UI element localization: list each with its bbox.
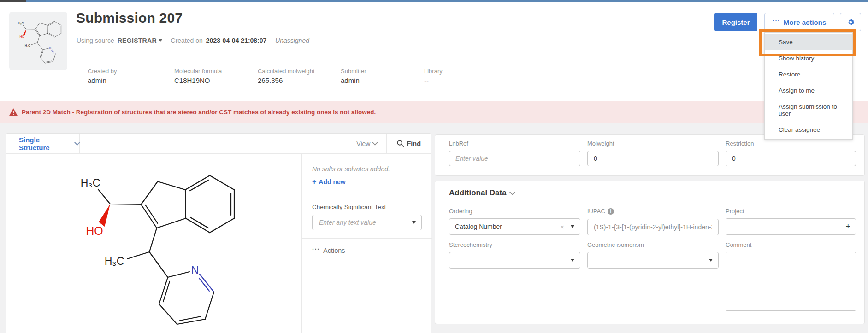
additional-data-header[interactable]: Additional Data [449,188,514,198]
molweight-input-wrap[interactable] [587,151,719,166]
caret-down-icon[interactable] [412,221,416,224]
more-actions-button[interactable]: ··· More actions [764,13,834,31]
more-actions-label: More actions [784,18,827,26]
molweight-input[interactable] [593,154,713,163]
structure-toolbar: Single Structure View Find [6,134,431,154]
dot-separator: · [165,37,168,44]
caret-down-icon [159,39,162,42]
structure-panel: Single Structure View Find No salts or s… [6,133,431,333]
ellipsis-icon: ··· [773,19,780,22]
lnbref-input[interactable] [455,154,575,163]
salts-column: No salts or solvates added. + Add new Ch… [301,153,432,333]
meta-value: admin [88,76,117,84]
cst-input[interactable] [318,218,412,227]
dot-separator: · [270,37,272,44]
structure-mode-dropdown[interactable]: Single Structure [6,134,80,153]
restriction-label: Restriction [726,140,856,147]
comment-textarea[interactable] [726,252,856,311]
meta-label: Calculated molweight [258,68,315,75]
structure-mode-label: Single Structure [19,136,72,152]
restriction-field: Restriction [726,140,856,166]
meta-value: 265.356 [258,76,315,84]
more-actions-menu: Save Show history Restore Assign to me A… [764,32,853,140]
geometric-isomerism-label: Geometric isomerism [587,241,719,248]
project-input-wrap[interactable]: + [726,218,856,235]
divider [302,193,432,193]
meta-value: C18H19NO [174,76,222,84]
find-label: Find [407,140,421,147]
chevron-down-icon [372,140,378,146]
meta-label: Library [424,68,443,75]
find-button[interactable]: Find [387,134,431,153]
view-dropdown[interactable]: View [347,134,386,153]
project-add-button[interactable]: + [845,222,850,231]
caret-down-icon [571,259,574,262]
warning-banner: Parent 2D Match - Registration of struct… [0,101,868,123]
lnbref-input-wrap[interactable] [449,151,580,166]
comment-label: Comment [726,241,856,248]
meta-submitter: Submitter admin [341,68,366,84]
clear-x-icon[interactable]: × [560,223,571,231]
caret-down-icon [571,225,574,228]
chevron-down-icon [74,140,80,146]
structure-canvas[interactable] [56,157,249,333]
using-source-label: Using source [77,37,114,44]
ellipsis-icon: ··· [312,248,320,251]
add-new-label: Add new [319,178,345,186]
cst-label: Chemically Significant Text [312,204,422,210]
meta-calculated-molweight: Calculated molweight 265.356 [258,68,315,84]
iupac-input-wrap[interactable] [587,219,719,235]
info-icon[interactable]: i [608,208,614,215]
ordering-field: Ordering Catalog Number × [449,208,580,235]
meta-label: Created by [88,68,117,75]
lnbref-label: LnbRef [449,140,580,147]
iupac-label-row: IUPACi [587,208,719,215]
stereochemistry-select[interactable] [449,252,580,269]
lnbref-field: LnbRef [449,140,580,166]
page-header: Submission 207 Using source REGISTRAR · … [0,2,868,101]
comment-field: Comment [726,241,856,313]
iupac-field: IUPACi [587,208,719,235]
meta-created-by: Created by admin [88,68,117,84]
geometric-isomerism-field: Geometric isomerism [587,241,719,269]
additional-data-title: Additional Data [449,188,507,198]
restriction-input-wrap[interactable] [726,151,856,166]
created-on-label: Created on [171,37,203,44]
meta-value: admin [341,76,366,84]
source-dropdown[interactable]: REGISTRAR [118,37,162,44]
restriction-input[interactable] [731,154,850,163]
actions-button[interactable]: ··· Actions [312,247,345,254]
chevron-down-icon [509,189,515,195]
menu-item-clear-assignee[interactable]: Clear assignee [765,122,852,138]
menu-item-assign-to-me[interactable]: Assign to me [765,82,852,99]
register-button[interactable]: Register [714,13,757,31]
menu-item-save[interactable]: Save [765,34,852,50]
page-title: Submission 207 [76,10,183,26]
stereochemistry-field: Stereochemistry [449,241,580,269]
project-input[interactable] [731,222,845,231]
cst-field[interactable] [312,215,422,230]
menu-item-restore[interactable]: Restore [765,66,852,82]
molweight-field: Molweight [587,140,719,166]
source-value: REGISTRAR [118,37,157,44]
project-field: Project + [726,208,856,235]
ordering-value: Catalog Number [455,223,502,230]
iupac-input[interactable] [593,223,713,231]
ordering-select[interactable]: Catalog Number × [449,218,580,235]
menu-item-show-history[interactable]: Show history [765,50,852,66]
settings-button[interactable] [840,13,861,31]
geometric-isomerism-select[interactable] [587,252,719,269]
meta-value: -- [424,76,443,84]
meta-library: Library -- [424,68,443,84]
gear-icon [846,18,855,27]
ordering-label: Ordering [449,208,580,215]
salts-empty-text: No salts or solvates added. [312,165,422,173]
meta-label: Submitter [341,68,366,75]
add-new-button[interactable]: + Add new [312,178,346,186]
additional-data-card: Additional Data Ordering Catalog Number … [435,181,865,324]
search-icon [397,140,404,147]
menu-item-assign-submission-to-user[interactable]: Assign submission to user [765,99,852,122]
view-label: View [356,140,370,147]
meta-label: Molecular formula [174,68,222,75]
assignee-status: Unassigned [275,37,309,44]
